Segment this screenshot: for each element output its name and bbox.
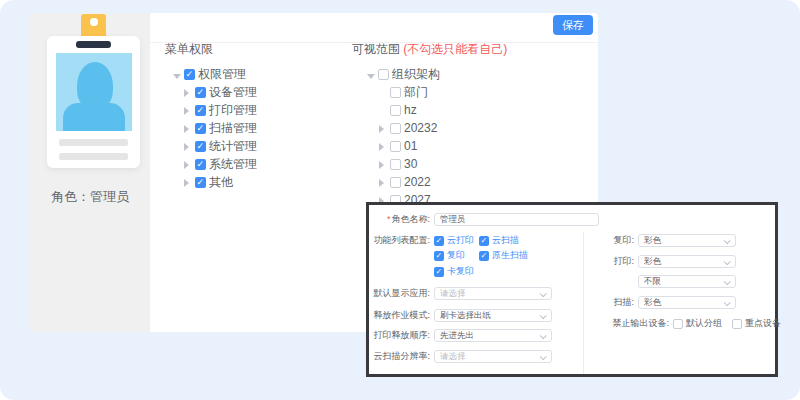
tree-item-label: 组织架构 [392, 66, 440, 83]
scope-tree-hint: (不勾选只能看自己) [403, 42, 507, 56]
role-name-input[interactable] [434, 213, 599, 226]
caret-right-icon[interactable] [184, 101, 192, 119]
checkbox-checked-icon[interactable] [479, 236, 489, 246]
avatar [56, 53, 132, 131]
feature-option[interactable]: 云打印 [434, 234, 479, 247]
tree-item-label: 其他 [209, 174, 233, 191]
checkbox-checked-icon[interactable] [184, 69, 195, 80]
checkbox-unchecked-icon[interactable] [673, 319, 683, 329]
role-sidebar: 角色：管理员 [30, 13, 150, 332]
feature-option[interactable]: 复印 [434, 249, 479, 262]
features-label: 功能列表配置: [369, 234, 430, 247]
chevron-down-icon [540, 353, 547, 360]
feature-option[interactable]: 卡复印 [434, 265, 479, 278]
caret-right-icon[interactable] [184, 83, 192, 101]
caret-right-icon[interactable] [184, 119, 192, 137]
forbid-option-default-group[interactable]: 默认分组 [673, 317, 722, 330]
print-color-select[interactable]: 彩色 [638, 255, 736, 268]
caret-right-icon[interactable] [379, 119, 387, 137]
tree-item[interactable]: 30 [367, 155, 440, 173]
tree-item-label: 统计管理 [209, 138, 257, 155]
copy-color-select[interactable]: 彩色 [638, 234, 736, 247]
tree-item[interactable]: 统计管理 [173, 137, 257, 155]
tree-item-root[interactable]: 权限管理 [173, 65, 257, 83]
caret-down-icon[interactable] [173, 65, 181, 83]
checkbox-checked-icon[interactable] [195, 159, 206, 170]
select-value: 彩色 [644, 235, 661, 247]
caret-right-icon[interactable] [379, 173, 387, 191]
scan-color-row: 扫描: 彩色 [573, 296, 736, 309]
features-row-1: 功能列表配置: 云打印 云扫描 [369, 234, 519, 247]
card-text-line [59, 153, 128, 160]
release-mode-row: 释放作业模式: 刷卡选择出纸 [369, 309, 552, 322]
default-app-label: 默认显示应用: [369, 287, 430, 300]
checkbox-checked-icon[interactable] [479, 251, 489, 261]
tree-item[interactable]: hz [367, 101, 440, 119]
select-value: 刷卡选择出纸 [440, 310, 491, 322]
badge-clip-bar [76, 41, 111, 48]
caret-right-icon[interactable] [379, 137, 387, 155]
checkbox-checked-icon[interactable] [195, 105, 206, 116]
forbid-devices-label: 禁止输出设备: [573, 317, 669, 330]
forbid-option-key-device[interactable]: 重点设备 [732, 317, 781, 330]
tree-item[interactable]: 扫描管理 [173, 119, 257, 137]
checkbox-checked-icon[interactable] [195, 141, 206, 152]
caret-right-icon[interactable] [184, 155, 192, 173]
caret-right-icon[interactable] [184, 137, 192, 155]
scan-color-select[interactable]: 彩色 [638, 296, 736, 309]
avatar-shoulders [63, 103, 125, 131]
menu-tree: 权限管理 设备管理 打印管理 扫描管理 [173, 65, 257, 191]
checkbox-checked-icon[interactable] [434, 236, 444, 246]
print-order-row: 打印释放顺序: 先进先出 [369, 329, 552, 342]
tree-item-root[interactable]: 组织架构 [367, 65, 440, 83]
tree-item-label: hz [404, 103, 417, 117]
tree-item-label: 01 [404, 139, 417, 153]
scan-resolution-select[interactable]: 请选择 [434, 350, 552, 363]
tree-item[interactable]: 部门 [367, 83, 440, 101]
forbid-devices-row: 禁止输出设备: 默认分组 重点设备 [573, 317, 781, 330]
tree-item-label: 部门 [404, 84, 428, 101]
save-button[interactable]: 保存 [553, 15, 593, 35]
tree-item[interactable]: 20232 [367, 119, 440, 137]
feature-option[interactable]: 原生扫描 [479, 249, 528, 262]
checkbox-checked-icon[interactable] [434, 251, 444, 261]
chevron-down-icon [724, 237, 731, 244]
tree-item[interactable]: 打印管理 [173, 101, 257, 119]
print-color-label: 打印: [573, 255, 634, 268]
checkbox-unchecked-icon[interactable] [390, 177, 401, 188]
tree-item-label: 扫描管理 [209, 120, 257, 137]
checkbox-unchecked-icon[interactable] [390, 87, 401, 98]
tree-item[interactable]: 2022 [367, 173, 440, 191]
limit-select[interactable]: 不限 [638, 275, 736, 288]
checkbox-unchecked-icon[interactable] [390, 105, 401, 116]
caret-down-icon[interactable] [367, 65, 375, 83]
default-app-select[interactable]: 请选择 [434, 287, 552, 300]
copy-color-label: 复印: [573, 234, 634, 247]
feature-option[interactable]: 云扫描 [479, 234, 519, 247]
print-order-select[interactable]: 先进先出 [434, 329, 552, 342]
release-mode-select[interactable]: 刷卡选择出纸 [434, 309, 552, 322]
tree-item[interactable]: 设备管理 [173, 83, 257, 101]
default-app-row: 默认显示应用: 请选择 [369, 287, 552, 300]
tree-item[interactable]: 系统管理 [173, 155, 257, 173]
checkbox-unchecked-icon[interactable] [390, 141, 401, 152]
role-name-label: *角色名称: [369, 213, 430, 226]
checkbox-checked-icon[interactable] [195, 87, 206, 98]
checkbox-unchecked-icon[interactable] [390, 123, 401, 134]
checkbox-checked-icon[interactable] [434, 267, 444, 277]
caret-right-icon[interactable] [379, 155, 387, 173]
tree-item[interactable]: 01 [367, 137, 440, 155]
checkbox-unchecked-icon[interactable] [378, 69, 389, 80]
chevron-down-icon [724, 278, 731, 285]
tree-item-label: 20232 [404, 121, 437, 135]
checkbox-checked-icon[interactable] [195, 177, 206, 188]
checkbox-checked-icon[interactable] [195, 123, 206, 134]
role-permission-page: 角色：管理员 保存 菜单权限 可视范围 (不勾选只能看自己) 权限管理 [0, 0, 800, 400]
checkbox-unchecked-icon[interactable] [732, 319, 742, 329]
forbid-option-label: 默认分组 [686, 317, 722, 330]
select-value: 彩色 [644, 256, 661, 268]
checkbox-unchecked-icon[interactable] [390, 159, 401, 170]
tree-item[interactable]: 其他 [173, 173, 257, 191]
caret-right-icon[interactable] [184, 173, 192, 191]
required-asterisk: * [387, 214, 391, 224]
